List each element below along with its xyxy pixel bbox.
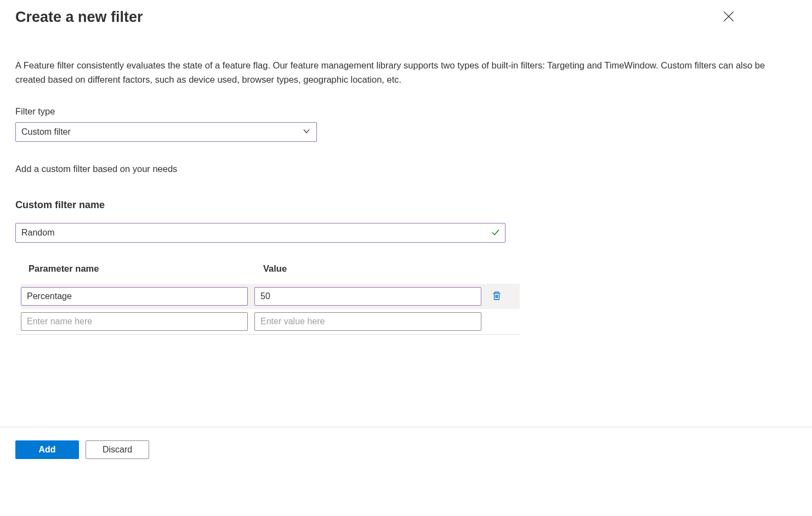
discard-button[interactable]: Discard — [86, 440, 149, 459]
custom-filter-name-heading: Custom filter name — [15, 199, 797, 211]
trash-icon — [492, 291, 502, 302]
filter-type-selected: Custom filter — [21, 127, 71, 137]
param-name-input[interactable] — [21, 287, 248, 306]
delete-param-button[interactable] — [488, 288, 506, 305]
param-header-name: Parameter name — [29, 263, 263, 274]
divider — [15, 334, 520, 335]
param-header-value: Value — [263, 263, 490, 274]
subtext: Add a custom filter based on your needs — [15, 164, 797, 174]
param-row-empty — [21, 309, 520, 334]
param-value-input[interactable] — [254, 287, 481, 306]
footer: Add Discard — [0, 427, 812, 472]
param-value-input-empty[interactable] — [254, 312, 481, 331]
param-name-input-empty[interactable] — [21, 312, 248, 331]
page-title: Create a new filter — [15, 9, 143, 26]
param-row — [21, 284, 520, 309]
filter-type-select[interactable]: Custom filter — [15, 122, 317, 142]
description-text: A Feature filter consistently evaluates … — [15, 59, 797, 87]
filter-type-label: Filter type — [15, 106, 797, 117]
custom-filter-name-input[interactable] — [15, 223, 506, 243]
close-button[interactable] — [721, 9, 736, 26]
checkmark-icon — [491, 228, 500, 238]
close-icon — [723, 11, 734, 24]
add-button[interactable]: Add — [15, 440, 79, 459]
